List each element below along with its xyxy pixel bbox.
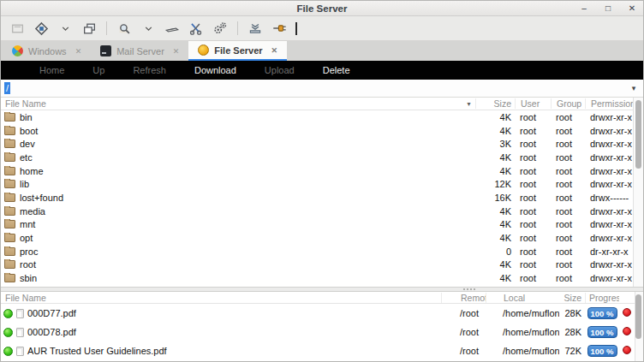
file-row[interactable]: media4Krootrootdrwxr-xr-x <box>1 205 633 218</box>
column-header-remote[interactable]: Remote <box>441 293 486 303</box>
file-name: home <box>20 166 44 176</box>
file-permission: drwxr-xr-x <box>585 166 633 176</box>
file-size: 16K <box>475 193 515 203</box>
commandbar: HomeUpRefreshDownloadUploadDelete <box>1 61 643 80</box>
file-row[interactable]: etc4Krootrootdrwxr-xr-x <box>1 151 633 164</box>
file-name: dev <box>20 139 35 149</box>
transfer-actions-cell <box>619 346 635 356</box>
tab-mail-server[interactable]: Mail Server ✕ <box>91 41 188 61</box>
transfer-list-body: 000D77.pdf/root/home/muflone28K100 %000D… <box>1 304 643 360</box>
files-app-icon <box>198 45 209 56</box>
file-size: 4K <box>475 206 515 217</box>
fit-window-icon[interactable] <box>32 19 51 38</box>
document-icon <box>16 347 24 356</box>
transfer-local-path: /home/muflone <box>486 346 559 356</box>
file-row[interactable]: boot4Krootrootdrwxr-xr-x <box>1 124 633 138</box>
file-row[interactable]: dev3Krootrootdrwxr-xr-x <box>1 137 633 151</box>
transfer-row[interactable]: AUR Trusted User Guidelines.pdf/root/hom… <box>1 341 635 360</box>
column-header-progress[interactable]: Progress <box>585 293 619 303</box>
chevron-down-icon[interactable] <box>139 19 158 38</box>
column-header-group[interactable]: Group <box>551 98 585 109</box>
file-name: lost+found <box>20 193 63 203</box>
file-group: root <box>551 233 585 243</box>
file-row[interactable]: lost+found16Krootrootdrwx------ <box>1 191 633 205</box>
file-list-scrollbar[interactable] <box>633 98 643 287</box>
keyboard-grab-icon[interactable] <box>163 19 182 38</box>
command-upload-button[interactable]: Upload <box>265 65 295 75</box>
tab-file-server[interactable]: File Server ✕ <box>188 41 287 61</box>
document-icon <box>16 309 24 318</box>
file-row[interactable]: opt4Krootrootdrwxr-xr-x <box>1 231 633 245</box>
column-header-permission[interactable]: Permission <box>585 98 633 109</box>
stop-transfer-button[interactable] <box>623 308 631 317</box>
command-download-button[interactable]: Download <box>194 65 236 75</box>
tab-close-icon[interactable]: ✕ <box>75 47 82 56</box>
stop-transfer-button[interactable] <box>623 327 631 335</box>
column-header-size[interactable]: Size <box>475 98 515 109</box>
file-user: root <box>515 179 551 189</box>
file-user: root <box>515 166 551 176</box>
preferences-gears-icon[interactable] <box>211 19 230 38</box>
tab-windows[interactable]: Windows ✕ <box>3 41 91 61</box>
column-header-file-name[interactable]: File Name ▼ <box>1 98 475 109</box>
column-header-local[interactable]: Local <box>486 293 559 303</box>
file-group: root <box>551 166 585 176</box>
file-user: root <box>515 139 551 149</box>
folder-icon <box>4 153 15 162</box>
file-size: 0 <box>475 246 515 257</box>
file-permission: drwxr-xr-x <box>585 233 633 243</box>
folder-icon <box>4 274 15 282</box>
column-header-user[interactable]: User <box>515 98 551 109</box>
file-name-cell: opt <box>1 233 475 243</box>
command-refresh-button[interactable]: Refresh <box>133 65 166 75</box>
windows-pinwheel-icon <box>12 45 23 56</box>
folder-icon <box>4 234 15 242</box>
file-row[interactable]: proc0rootrootdr-xr-xr-x <box>1 245 633 258</box>
file-name: lib <box>20 179 29 189</box>
disconnect-plug-icon[interactable] <box>270 19 289 38</box>
screenshot-icon[interactable] <box>246 19 265 38</box>
file-group: root <box>551 193 585 203</box>
duplicate-connection-icon[interactable] <box>80 19 98 38</box>
minimize-button[interactable]: – <box>578 4 590 13</box>
file-permission: dr-xr-xr-x <box>585 246 633 257</box>
file-row[interactable]: lib12Krootrootdrwxr-xr-x <box>1 177 633 191</box>
column-header-transfer-file-name[interactable]: File Name <box>1 293 441 303</box>
file-user: root <box>515 193 551 203</box>
file-name-cell: root <box>1 259 475 270</box>
file-size: 4K <box>475 126 515 136</box>
transfer-size: 28K <box>559 308 585 318</box>
file-user: root <box>515 273 551 283</box>
tab-close-icon[interactable]: ✕ <box>173 47 180 56</box>
transfer-row[interactable]: 000D78.pdf/root/home/muflone28K100 % <box>1 323 635 341</box>
close-button[interactable]: ✕ <box>626 4 638 13</box>
transfer-progress-cell: 100 % <box>585 307 619 319</box>
command-home-button[interactable]: Home <box>39 65 64 75</box>
path-dropdown-button[interactable]: ▾ <box>624 80 643 97</box>
file-group: root <box>551 112 585 122</box>
file-row[interactable]: bin4Krootrootdrwxr-xr-x <box>1 110 633 124</box>
scrollbar-thumb[interactable] <box>635 100 641 169</box>
transfer-list-scrollbar[interactable] <box>635 292 643 361</box>
zoom-icon[interactable] <box>115 19 134 38</box>
file-row[interactable]: root4Krootrootdrwxr-xr-x <box>1 258 633 272</box>
tools-icon[interactable] <box>187 19 206 38</box>
maximize-button[interactable]: □ <box>602 4 614 13</box>
command-delete-button[interactable]: Delete <box>323 65 350 75</box>
column-header-transfer-size[interactable]: Size <box>559 293 585 303</box>
tab-close-icon[interactable]: ✕ <box>271 46 278 55</box>
transfer-remote-path: /root <box>441 308 486 318</box>
fullscreen-icon[interactable] <box>8 19 27 38</box>
scrollbar-thumb[interactable] <box>635 294 641 339</box>
file-row[interactable]: mnt4Krootrootdrwxr-xr-x <box>1 218 633 232</box>
file-name-cell: media <box>1 206 475 217</box>
file-row[interactable]: home4Krootrootdrwxr-xr-x <box>1 164 633 178</box>
path-input[interactable]: / <box>1 80 624 97</box>
file-group: root <box>551 259 585 270</box>
file-group: root <box>551 219 585 229</box>
file-row[interactable]: sbin4Krootrootdrwxr-xr-x <box>1 271 633 285</box>
stop-transfer-button[interactable] <box>623 346 631 354</box>
transfer-row[interactable]: 000D77.pdf/root/home/muflone28K100 % <box>1 304 635 323</box>
command-up-button[interactable]: Up <box>92 65 104 75</box>
chevron-down-icon[interactable] <box>56 19 75 38</box>
